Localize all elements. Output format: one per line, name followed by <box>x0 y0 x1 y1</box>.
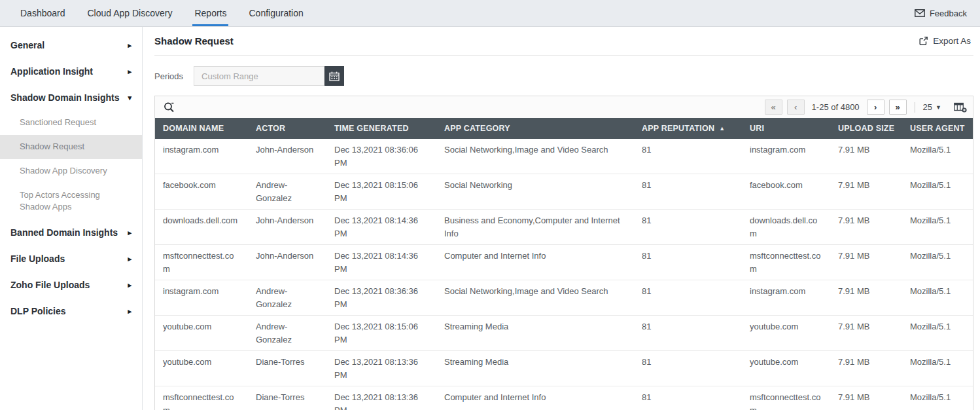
dropdown-caret-icon: ▼ <box>936 104 941 111</box>
table-row[interactable]: instagram.com Andrew-Gonzalez Dec 13,202… <box>155 280 973 316</box>
cell-domain: msftconnecttest.com <box>155 245 248 280</box>
cell-user-agent: Mozilla/5.1 <box>902 351 973 386</box>
cell-time: Dec 13,2021 08:36:36 PM <box>326 280 436 316</box>
next-page-icon: › <box>874 102 877 112</box>
export-as-button[interactable]: Export As <box>919 36 973 46</box>
table-row[interactable]: instagram.com John-Anderson Dec 13,2021 … <box>155 139 973 174</box>
chevron-right-icon: ▸ <box>128 308 131 315</box>
sidebar-item-zoho-file-uploads[interactable]: Zoho File Uploads ▸ <box>0 272 142 298</box>
sidebar-item-top-actors[interactable]: Top Actors Accessing Shadow Apps <box>0 183 142 220</box>
cell-actor: Diane-Torres <box>248 386 326 410</box>
page-size-dropdown[interactable]: 25 ▼ <box>923 102 941 112</box>
cell-user-agent: Mozilla/5.1 <box>902 386 973 410</box>
col-header-upload-size[interactable]: UPLOAD SIZE <box>830 118 902 139</box>
periods-picker <box>194 66 344 86</box>
chevron-right-icon: ▸ <box>128 255 131 263</box>
next-page-button[interactable]: › <box>867 100 884 115</box>
cell-time: Dec 13,2021 08:14:36 PM <box>326 210 436 245</box>
sidebar-item-file-uploads[interactable]: File Uploads ▸ <box>0 246 142 272</box>
cell-category: Social Networking <box>436 174 634 210</box>
last-page-icon: » <box>895 102 900 112</box>
sidebar-item-sanctioned-request[interactable]: Sanctioned Request <box>0 111 142 135</box>
table-row[interactable]: youtube.com Diane-Torres Dec 13,2021 08:… <box>155 351 973 386</box>
sidebar-item-dlp-policies[interactable]: DLP Policies ▸ <box>0 298 142 324</box>
col-header-actor[interactable]: ACTOR <box>248 118 326 139</box>
table-row[interactable]: facebook.com Andrew-Gonzalez Dec 13,2021… <box>155 174 973 210</box>
cell-actor: John-Anderson <box>248 210 326 245</box>
tab-dashboard[interactable]: Dashboard <box>9 0 77 26</box>
col-header-label: APP REPUTATION <box>642 124 714 133</box>
tab-configuration[interactable]: Configuration <box>237 0 314 26</box>
last-page-button[interactable]: » <box>889 100 907 115</box>
table-row[interactable]: downloads.dell.com John-Anderson Dec 13,… <box>155 210 973 245</box>
cell-reputation: 81 <box>634 210 742 245</box>
cell-domain: instagram.com <box>155 139 248 174</box>
cell-time: Dec 13,2021 08:15:06 PM <box>326 316 436 351</box>
tab-cloud-app-discovery[interactable]: Cloud App Discovery <box>77 0 184 26</box>
sidebar-item-shadow-request[interactable]: Shadow Request <box>0 135 142 159</box>
page-size-value: 25 <box>923 102 932 112</box>
cell-upload-size: 7.91 MB <box>830 316 902 351</box>
table-row[interactable]: msftconnecttest.com John-Anderson Dec 13… <box>155 245 973 280</box>
sidebar-item-shadow-app-discovery[interactable]: Shadow App Discovery <box>0 159 142 183</box>
table-row[interactable]: youtube.com Andrew-Gonzalez Dec 13,2021 … <box>155 316 973 351</box>
cell-domain: youtube.com <box>155 316 248 351</box>
table-header: DOMAIN NAME ACTOR TIME GENERATED APP CAT… <box>155 118 973 139</box>
col-header-uri[interactable]: URI <box>742 118 830 139</box>
records-table-container: « ‹ 1-25 of 4800 › » 25 ▼ <box>154 96 973 410</box>
cell-reputation: 81 <box>634 280 742 316</box>
cell-actor: Andrew-Gonzalez <box>248 280 326 316</box>
col-header-app-reputation[interactable]: APP REPUTATION▲ <box>634 118 742 139</box>
sidebar-item-shadow-domain-insights[interactable]: Shadow Domain Insights ▾ <box>0 84 142 111</box>
cell-domain: instagram.com <box>155 280 248 316</box>
top-navigation: Dashboard Cloud App Discovery Reports Co… <box>0 0 980 27</box>
sidebar-item-general[interactable]: General ▸ <box>0 32 142 58</box>
col-header-user-agent[interactable]: USER AGENT <box>902 118 973 139</box>
sidebar-item-label: File Uploads <box>10 253 65 264</box>
cell-domain: downloads.dell.com <box>155 210 248 245</box>
cell-actor: John-Anderson <box>248 139 326 174</box>
calendar-button[interactable] <box>324 66 344 86</box>
periods-input[interactable] <box>194 66 324 86</box>
sidebar-item-label: Zoho File Uploads <box>10 280 90 290</box>
sidebar-item-banned-domain-insights[interactable]: Banned Domain Insights ▸ <box>0 219 142 246</box>
first-page-icon: « <box>771 102 775 112</box>
periods-row: Periods <box>154 66 973 86</box>
envelope-icon <box>915 9 925 17</box>
cell-actor: Andrew-Gonzalez <box>248 174 326 210</box>
prev-page-icon: ‹ <box>794 102 797 112</box>
cell-uri: msftconnecttest.com <box>742 245 830 280</box>
sidebar-item-application-insight[interactable]: Application Insight ▸ <box>0 58 142 84</box>
sort-asc-icon: ▲ <box>719 125 725 132</box>
search-icon <box>164 102 175 113</box>
page-title: Shadow Request <box>154 35 234 47</box>
col-header-domain-name[interactable]: DOMAIN NAME <box>155 118 248 139</box>
col-header-app-category[interactable]: APP CATEGORY <box>436 118 634 139</box>
cell-upload-size: 7.91 MB <box>830 280 902 316</box>
first-page-button[interactable]: « <box>765 100 782 115</box>
table-row[interactable]: msftconnecttest.com Diane-Torres Dec 13,… <box>155 386 973 410</box>
feedback-label: Feedback <box>930 9 967 18</box>
sidebar-item-label: Banned Domain Insights <box>10 227 118 238</box>
cell-time: Dec 13,2021 08:13:36 PM <box>326 351 436 386</box>
cell-user-agent: Mozilla/5.1 <box>902 245 973 280</box>
cell-user-agent: Mozilla/5.1 <box>902 139 973 174</box>
cell-actor: John-Anderson <box>248 245 326 280</box>
cell-reputation: 81 <box>634 316 742 351</box>
cell-domain: facebook.com <box>155 174 248 210</box>
col-header-time-generated[interactable]: TIME GENERATED <box>326 118 436 139</box>
cell-category: Computer and Internet Info <box>436 245 634 280</box>
cell-time: Dec 13,2021 08:14:36 PM <box>326 245 436 280</box>
column-chooser-button[interactable] <box>954 102 967 113</box>
feedback-button[interactable]: Feedback <box>911 0 971 26</box>
prev-page-button[interactable]: ‹ <box>787 100 805 115</box>
cell-user-agent: Mozilla/5.1 <box>902 174 973 210</box>
table-body: instagram.com John-Anderson Dec 13,2021 … <box>155 139 973 410</box>
search-button[interactable] <box>161 100 178 114</box>
chevron-right-icon: ▸ <box>128 68 131 75</box>
cell-reputation: 81 <box>634 386 742 410</box>
cell-uri: youtube.com <box>742 351 830 386</box>
chevron-right-icon: ▸ <box>128 282 131 289</box>
tab-reports[interactable]: Reports <box>183 0 237 26</box>
cell-upload-size: 7.91 MB <box>830 139 902 174</box>
